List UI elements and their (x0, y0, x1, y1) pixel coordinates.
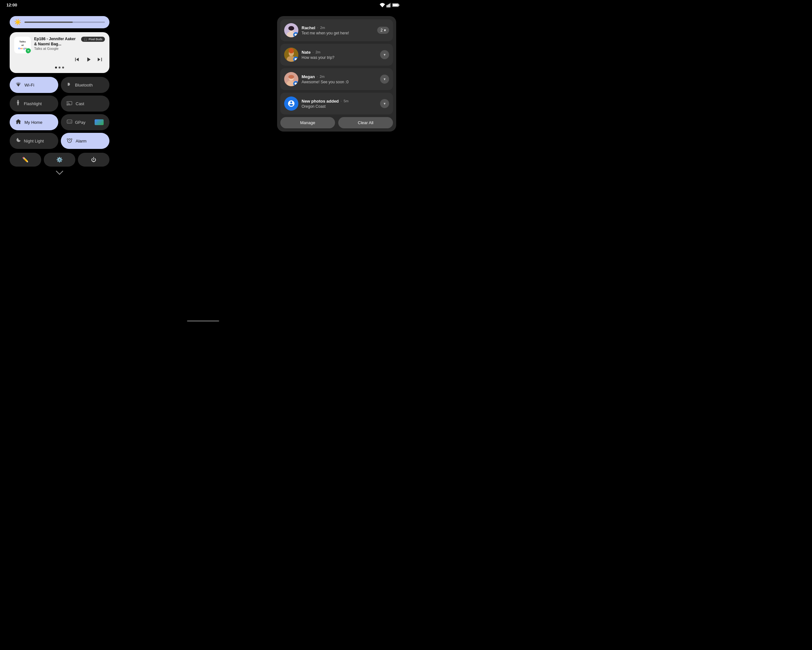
dot-1 (55, 67, 57, 69)
media-info: Ep186 - Jennifer Aaker & Naomi Bag... Ta… (34, 37, 78, 50)
wifi-status-icon (380, 3, 385, 8)
media-dots (14, 67, 105, 69)
dot-2 (59, 67, 61, 69)
notif-name-nate: Nate (302, 50, 311, 55)
gpay-label: GPay (75, 120, 85, 125)
svg-point-7 (27, 49, 30, 52)
notif-name-photos: New photos added (302, 99, 339, 104)
nightlight-label: Night Light (24, 139, 44, 143)
svg-rect-0 (386, 5, 388, 8)
svg-rect-5 (398, 4, 399, 6)
tile-bluetooth[interactable]: Bluetooth (61, 77, 110, 93)
svg-rect-1 (388, 4, 389, 7)
gpay-icon (67, 119, 72, 126)
notif-msg-photos: Oregon Coast (302, 104, 377, 109)
dot-3 (62, 67, 64, 69)
brightness-row[interactable]: ☀️ (10, 16, 110, 28)
status-bar: 12:00 (0, 0, 406, 10)
tile-cast[interactable]: Cast (61, 96, 110, 112)
notif-expand-photos[interactable]: ▾ (380, 99, 389, 108)
notif-expand-megan[interactable]: ▾ (380, 75, 389, 84)
wifi-icon (15, 81, 21, 88)
notif-time-nate: 2m (315, 50, 320, 54)
notif-content-megan: Megan · 2m Awesome! See you soon :0 (302, 74, 377, 84)
edit-icon: ✏️ (22, 157, 29, 163)
bluetooth-icon (67, 81, 72, 88)
moon-icon (15, 137, 21, 145)
cast-label: Cast (76, 101, 84, 106)
message-badge-nate: 💬 (293, 56, 298, 62)
pixel-buds-badge: 🎧 Pixel Buds (81, 37, 105, 42)
tile-myhome[interactable]: My Home (10, 114, 58, 130)
signal-icon (386, 3, 391, 8)
notification-photos[interactable]: New photos added · 5m Oregon Coast ▾ (280, 93, 393, 114)
notif-count-badge-rachel[interactable]: 2 ▾ (377, 27, 389, 34)
notif-time-photos: 5m (344, 99, 348, 103)
notif-msg-rachel: Text me when you get here! (302, 31, 374, 35)
avatar-rachel: 💬 (284, 23, 298, 37)
tile-alarm[interactable]: Alarm (61, 133, 110, 149)
media-episode-title: Ep186 - Jennifer Aaker & Naomi Bag... (34, 37, 78, 47)
brightness-fill (24, 21, 73, 23)
clear-all-button[interactable]: Clear All (338, 117, 393, 128)
spotify-badge (26, 48, 31, 53)
cast-icon (67, 100, 72, 107)
notif-name-rachel: Rachel (302, 26, 315, 30)
notif-content-rachel: Rachel · 2m Text me when you get here! (302, 26, 374, 35)
notifications-panel: 💬 Rachel · 2m Text me when you get here!… (277, 16, 396, 132)
notif-time-rachel: 2m (320, 26, 325, 30)
gpay-card (95, 119, 104, 125)
manage-button[interactable]: Manage (280, 117, 335, 128)
skip-back-button[interactable] (73, 56, 81, 64)
bluetooth-label: Bluetooth (75, 83, 93, 87)
flashlight-icon (15, 100, 21, 107)
svg-point-26 (288, 75, 294, 79)
chevron-down-icon[interactable] (10, 170, 110, 177)
notif-msg-nate: How was your trip? (302, 55, 377, 60)
home-icon (15, 119, 21, 126)
power-button[interactable]: ⏻ (78, 153, 110, 167)
svg-point-8 (18, 85, 19, 86)
media-thumbnail: Talks at Google (14, 37, 31, 53)
settings-icon: ⚙️ (56, 157, 63, 163)
brightness-track[interactable] (24, 21, 105, 23)
pixel-buds-label: Pixel Buds (89, 38, 102, 41)
svg-point-12 (67, 105, 67, 105)
tile-nightlight[interactable]: Night Light (10, 133, 58, 149)
media-source: Talks at Google (34, 47, 78, 50)
notif-name-megan: Megan (302, 74, 315, 79)
tile-wifi[interactable]: Wi-Fi (10, 77, 58, 93)
message-badge-rachel: 💬 (293, 32, 298, 37)
notif-time-megan: 2m (320, 75, 324, 79)
media-controls (14, 56, 105, 64)
bottom-actions: ✏️ ⚙️ ⏻ (10, 153, 110, 167)
notification-megan[interactable]: 💬 Megan · 2m Awesome! See you soon :0 ▾ (280, 68, 393, 90)
count-value: 2 (380, 28, 383, 32)
tiles-grid: Wi-Fi Bluetooth Flashlight (10, 77, 110, 149)
settings-button[interactable]: ⚙️ (44, 153, 75, 167)
power-icon: ⏻ (91, 157, 96, 163)
svg-rect-6 (393, 4, 398, 6)
svg-rect-3 (391, 3, 391, 8)
notif-expand-nate[interactable]: ▾ (380, 50, 389, 59)
count-chevron: ▾ (384, 28, 386, 32)
skip-forward-button[interactable] (96, 56, 104, 64)
edit-button[interactable]: ✏️ (10, 153, 41, 167)
notif-msg-megan: Awesome! See you soon :0 (302, 80, 377, 84)
tile-flashlight[interactable]: Flashlight (10, 96, 58, 112)
notification-footer: Manage Clear All (280, 117, 393, 128)
tile-gpay[interactable]: GPay (61, 114, 110, 130)
notification-nate[interactable]: 💬 Nate · 2m How was your trip? ▾ (280, 44, 393, 65)
media-card: Talks at Google Ep186 - Jennifer (10, 32, 110, 73)
home-indicator (187, 320, 219, 322)
avatar-megan: 💬 (284, 72, 298, 86)
notif-content-nate: Nate · 2m How was your trip? (302, 50, 377, 60)
message-badge-megan: 💬 (293, 81, 298, 86)
notification-rachel[interactable]: 💬 Rachel · 2m Text me when you get here!… (280, 19, 393, 41)
avatar-nate: 💬 (284, 47, 298, 62)
play-pause-button[interactable] (85, 56, 92, 64)
clock: 12:00 (6, 3, 17, 8)
photos-app-icon (284, 96, 298, 111)
myhome-label: My Home (24, 120, 43, 125)
notif-content-photos: New photos added · 5m Oregon Coast (302, 99, 377, 109)
